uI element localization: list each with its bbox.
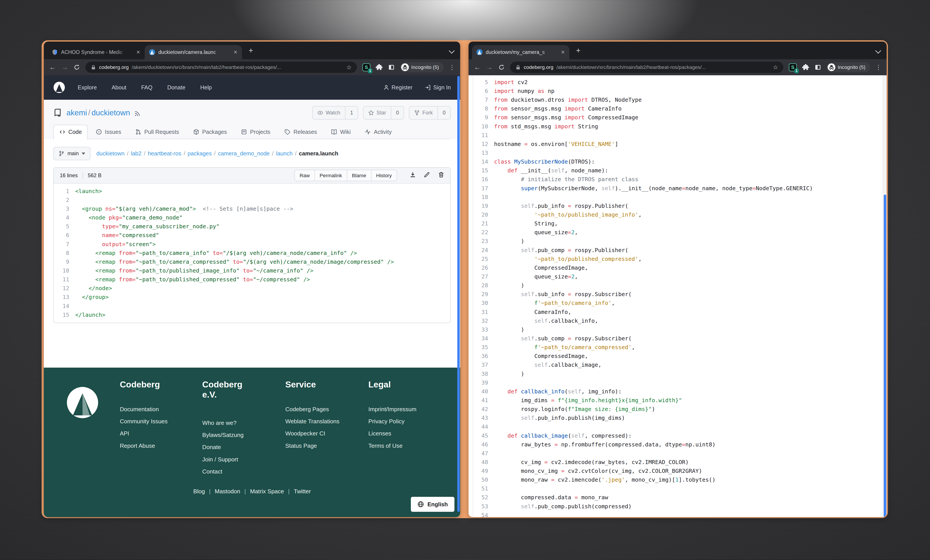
- line-number[interactable]: 28: [468, 281, 494, 290]
- new-tab-button[interactable]: +: [245, 46, 256, 55]
- line-number[interactable]: 7: [54, 240, 75, 249]
- tab-close-icon[interactable]: ×: [136, 49, 140, 56]
- footer-social-link[interactable]: Mastodon: [215, 488, 240, 495]
- watch-count[interactable]: 1: [345, 106, 358, 119]
- footer-link[interactable]: Woodpecker CI: [285, 428, 340, 440]
- tab-pull-requests[interactable]: Pull Requests: [129, 125, 185, 139]
- breadcrumb-link[interactable]: duckietown: [97, 150, 125, 157]
- tab-releases[interactable]: Releases: [279, 125, 323, 139]
- line-number[interactable]: 16: [468, 175, 494, 184]
- breadcrumb-link[interactable]: launch: [276, 150, 293, 157]
- line-number[interactable]: 19: [468, 202, 494, 210]
- incognito-badge[interactable]: Incognito (5): [400, 62, 443, 72]
- footer-social-link[interactable]: Blog: [193, 488, 205, 495]
- line-number[interactable]: 1: [54, 187, 75, 195]
- line-number[interactable]: 54: [468, 511, 494, 517]
- line-number[interactable]: 15: [54, 310, 75, 319]
- download-button[interactable]: [410, 171, 416, 179]
- raw-button[interactable]: Raw: [295, 170, 314, 181]
- navbar-link[interactable]: Help: [200, 84, 212, 91]
- footer-link[interactable]: Imprint/Impressum: [368, 403, 417, 415]
- line-number[interactable]: 15: [468, 166, 494, 175]
- right-scrollbar-track[interactable]: [883, 75, 887, 517]
- browser-menu-icon[interactable]: ⋮: [875, 64, 881, 71]
- line-number[interactable]: 6: [54, 231, 75, 240]
- footer-link[interactable]: Join / Support: [202, 453, 244, 465]
- line-number[interactable]: 39: [468, 378, 494, 387]
- browser-tab[interactable]: duckietown/my_camera_s×: [472, 45, 569, 60]
- line-number[interactable]: 32: [468, 316, 494, 325]
- footer-link[interactable]: Status Page: [285, 440, 340, 452]
- line-number[interactable]: 13: [54, 292, 75, 302]
- line-number[interactable]: 2: [54, 195, 75, 204]
- line-number[interactable]: 7: [468, 95, 494, 104]
- line-number[interactable]: 17: [468, 184, 494, 192]
- star-count[interactable]: 0: [391, 106, 403, 119]
- line-number[interactable]: 9: [468, 113, 494, 122]
- watch-button[interactable]: Watch1: [312, 106, 358, 120]
- line-number[interactable]: 45: [468, 431, 494, 440]
- line-number[interactable]: 37: [468, 360, 494, 369]
- permalink-button[interactable]: Permalink: [314, 170, 347, 181]
- line-number[interactable]: 21: [468, 219, 494, 228]
- line-number[interactable]: 33: [468, 325, 494, 334]
- line-number[interactable]: 49: [468, 466, 494, 475]
- url-bar[interactable]: codeberg.org/akemi/duckietown/src/branch…: [510, 62, 784, 73]
- bookmark-star-icon[interactable]: ☆: [773, 64, 778, 71]
- stylus-extension-icon[interactable]: S1: [362, 63, 370, 71]
- line-number[interactable]: 41: [468, 396, 494, 405]
- line-number[interactable]: 5: [54, 222, 75, 231]
- line-number[interactable]: 20: [468, 210, 494, 219]
- split-view-icon[interactable]: [815, 64, 821, 71]
- branch-selector[interactable]: main: [53, 147, 90, 160]
- stylus-extension-icon[interactable]: S1: [789, 63, 797, 71]
- tab-wiki[interactable]: Wiki: [325, 125, 357, 139]
- line-number[interactable]: 53: [468, 502, 494, 511]
- line-number[interactable]: 14: [54, 302, 75, 310]
- footer-link[interactable]: Community Issues: [120, 415, 168, 428]
- line-number[interactable]: 47: [468, 449, 494, 458]
- line-number[interactable]: 10: [468, 122, 494, 131]
- line-number[interactable]: 8: [468, 104, 494, 113]
- language-button[interactable]: English: [411, 497, 454, 512]
- line-number[interactable]: 26: [468, 263, 494, 272]
- register-link[interactable]: Register: [383, 84, 413, 91]
- navbar-link[interactable]: Explore: [78, 84, 97, 91]
- line-number[interactable]: 31: [468, 308, 494, 316]
- line-number[interactable]: 10: [54, 266, 75, 275]
- footer-link[interactable]: Donate: [202, 441, 244, 453]
- line-number[interactable]: 14: [468, 157, 494, 166]
- line-number[interactable]: 24: [468, 246, 494, 254]
- line-number[interactable]: 51: [468, 484, 494, 493]
- bookmark-star-icon[interactable]: ☆: [346, 64, 352, 71]
- footer-link[interactable]: Bylaws/Satzung: [202, 429, 244, 441]
- forward-button[interactable]: →: [62, 64, 68, 71]
- chevron-down-icon[interactable]: [449, 48, 455, 54]
- line-number[interactable]: 23: [468, 237, 494, 245]
- tab-activity[interactable]: Activity: [359, 125, 397, 139]
- line-number[interactable]: 12: [468, 140, 494, 148]
- footer-link[interactable]: Weblate Translations: [285, 415, 340, 428]
- left-scrollbar[interactable]: [457, 76, 460, 512]
- rss-icon[interactable]: [134, 111, 140, 117]
- extensions-puzzle-icon[interactable]: [802, 64, 809, 71]
- repo-name-link[interactable]: duckietown: [92, 108, 130, 117]
- tab-code[interactable]: Code: [53, 125, 88, 139]
- line-number[interactable]: 44: [468, 422, 494, 431]
- breadcrumb-link[interactable]: packages: [188, 150, 212, 157]
- split-view-icon[interactable]: [388, 64, 395, 71]
- chevron-down-icon[interactable]: [875, 48, 881, 54]
- forward-button[interactable]: →: [486, 64, 493, 71]
- tab-issues[interactable]: Issues: [90, 125, 127, 139]
- line-number[interactable]: 43: [468, 414, 494, 422]
- tab-close-icon[interactable]: ×: [560, 49, 565, 56]
- line-number[interactable]: 50: [468, 475, 494, 484]
- url-bar[interactable]: codeberg.org/akemi/duckietown/src/branch…: [85, 62, 357, 73]
- footer-link[interactable]: Who are we?: [202, 417, 244, 429]
- history-button[interactable]: History: [371, 170, 397, 181]
- line-number[interactable]: 38: [468, 369, 494, 378]
- line-number[interactable]: 34: [468, 334, 494, 343]
- footer-link[interactable]: Documentation: [120, 403, 168, 415]
- footer-link[interactable]: Terms of Use: [368, 440, 417, 452]
- tab-packages[interactable]: Packages: [187, 125, 233, 139]
